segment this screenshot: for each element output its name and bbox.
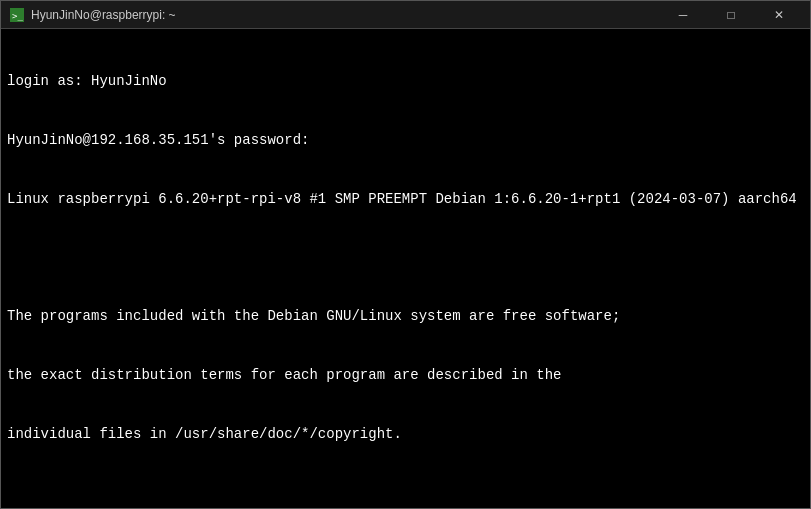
terminal-line-7: individual files in /usr/share/doc/*/cop… [7,425,804,445]
terminal-body[interactable]: login as: HyunJinNo HyunJinNo@192.168.35… [1,29,810,508]
terminal-line-3: Linux raspberrypi 6.6.20+rpt-rpi-v8 #1 S… [7,190,804,210]
window-controls: ─ □ ✕ [660,1,802,29]
terminal-line-1: login as: HyunJinNo [7,72,804,92]
svg-text:>_: >_ [12,11,23,21]
minimize-button[interactable]: ─ [660,1,706,29]
terminal-line-4 [7,249,804,269]
titlebar: >_ HyunJinNo@raspberrypi: ~ ─ □ ✕ [1,1,810,29]
terminal-line-8 [7,484,804,504]
window-title: HyunJinNo@raspberrypi: ~ [31,8,660,22]
terminal-line-2: HyunJinNo@192.168.35.151's password: [7,131,804,151]
terminal-icon: >_ [9,7,25,23]
terminal-line-6: the exact distribution terms for each pr… [7,366,804,386]
terminal-window: >_ HyunJinNo@raspberrypi: ~ ─ □ ✕ login … [0,0,811,509]
maximize-button[interactable]: □ [708,1,754,29]
close-button[interactable]: ✕ [756,1,802,29]
terminal-line-5: The programs included with the Debian GN… [7,307,804,327]
